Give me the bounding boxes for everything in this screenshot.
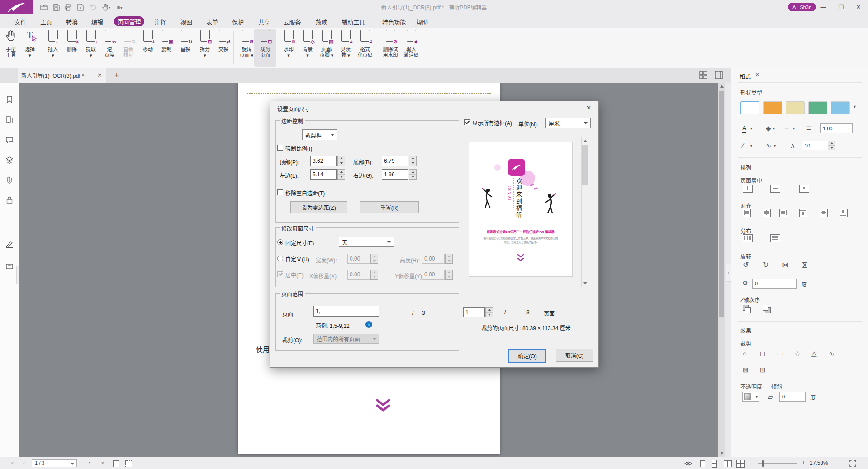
line-style-dropdown-icon[interactable]: ▾: [750, 144, 752, 148]
line-width-select[interactable]: 1.00 ▾: [820, 123, 853, 133]
preview-scrollbar[interactable]: [581, 137, 588, 287]
previous-page-button[interactable]: ‹: [23, 460, 25, 466]
fill-style-icon[interactable]: ◆: [766, 125, 771, 132]
crop-remove-icon[interactable]: ⊠: [743, 366, 749, 373]
curve-style-dropdown-icon[interactable]: ▾: [774, 144, 776, 148]
menu-home[interactable]: 主页: [40, 18, 52, 26]
zoom-slider-handle[interactable]: [762, 460, 764, 467]
tool-crop-pages-active[interactable]: ⊡ 裁剪 页面: [255, 30, 275, 58]
canvas-scrollbar[interactable]: [718, 83, 725, 457]
tool-rotate-pages[interactable]: ↺ 旋转 页面 ▾: [237, 30, 256, 58]
tool-rearrange-disabled[interactable]: ⇅ 重新 排列: [119, 30, 138, 58]
left-margin-spinner[interactable]: [337, 169, 345, 180]
shape-swatch-none[interactable]: [740, 101, 759, 114]
menu-convert[interactable]: 转换: [66, 18, 78, 26]
preview-scroll-up-icon[interactable]: [583, 140, 587, 142]
flip-horizontal-icon[interactable]: ⋈: [782, 261, 789, 269]
user-account-badge[interactable]: A - Sh3n: [788, 3, 816, 11]
line-thickness-icon[interactable]: ≡: [806, 124, 811, 132]
zoom-out-button[interactable]: −: [750, 459, 754, 466]
tool-duplicate-pages[interactable]: ▣ 复制: [157, 30, 176, 52]
skew-input[interactable]: 0: [779, 392, 806, 402]
cancel-button[interactable]: 取消(C): [556, 349, 593, 362]
font-color-dropdown-icon[interactable]: ▾: [750, 127, 752, 131]
new-document-button[interactable]: [76, 2, 85, 12]
new-tab-button[interactable]: +: [112, 70, 122, 80]
width-input[interactable]: [347, 254, 370, 264]
shape-swatch-cream[interactable]: [786, 101, 805, 114]
fullscreen-icon[interactable]: [849, 460, 856, 468]
tool-enter-activation-code[interactable]: ∗ 输入 激活码: [399, 30, 423, 58]
align-center-icon[interactable]: [763, 209, 771, 217]
corner-icon[interactable]: ∧: [790, 142, 795, 149]
format-panel-close-icon[interactable]: ✕: [755, 71, 759, 78]
reading-mode-eye-icon[interactable]: [684, 461, 692, 468]
tool-extract-pages[interactable]: ↓ 提取 ▾: [81, 30, 101, 58]
crop-ellipse-icon[interactable]: ○: [743, 350, 747, 357]
menu-special-features[interactable]: 特色功能: [382, 18, 406, 26]
curve-style-icon[interactable]: ∿: [766, 142, 772, 149]
single-page-view-icon[interactable]: [700, 460, 705, 467]
rotate-right-icon[interactable]: ↻: [763, 261, 768, 269]
tool-remove-trial-watermark[interactable]: ⊘ 删除试 用水印: [379, 30, 402, 58]
rotate-angle-input[interactable]: 0: [752, 279, 797, 289]
custom-size-radio[interactable]: [277, 256, 283, 261]
customize-toolbar-button[interactable]: ≡▾: [114, 2, 126, 12]
ok-button[interactable]: 确定(O): [508, 349, 546, 363]
fields-icon[interactable]: [5, 262, 14, 270]
minimize-button[interactable]: —: [817, 2, 830, 12]
height-spinner[interactable]: [445, 254, 453, 264]
menu-view[interactable]: 视图: [180, 18, 192, 26]
next-page-button[interactable]: ›: [89, 460, 90, 466]
preview-page-input[interactable]: [463, 307, 485, 317]
crop-star-icon[interactable]: ☆: [794, 350, 800, 357]
fixed-size-radio[interactable]: [277, 239, 283, 245]
x-offset-spinner[interactable]: [370, 270, 378, 280]
bottom-margin-spinner[interactable]: [409, 156, 417, 166]
document-tab[interactable]: 新人引导(1)_OCR(3).pdf * ✕: [18, 68, 106, 83]
tool-insert-pages[interactable]: ← 插入 ▾: [43, 30, 63, 58]
menu-page-management-active[interactable]: 页面管理: [114, 16, 144, 26]
page-number-select[interactable]: 1 / 3: [32, 459, 77, 467]
scroll-down-icon[interactable]: [720, 452, 724, 455]
info-icon[interactable]: i: [365, 321, 372, 328]
rotate-angle-gear-icon[interactable]: ⚙: [742, 280, 748, 286]
open-file-button[interactable]: [39, 2, 49, 12]
corner-radius-input[interactable]: 10: [802, 141, 828, 150]
menu-file[interactable]: 文件: [14, 18, 26, 26]
rotate-left-icon[interactable]: ↺: [743, 261, 749, 269]
shape-swatch-orange[interactable]: [763, 101, 782, 114]
tool-bates-numbering[interactable]: # 贝茨 数 ▾: [336, 30, 356, 58]
format-panel-title[interactable]: 格式: [740, 72, 751, 83]
tool-watermark[interactable]: ≋ 水印 ▾: [279, 30, 299, 58]
distribute-vertical-icon[interactable]: [770, 234, 780, 242]
zoom-in-button[interactable]: +: [802, 459, 805, 466]
tool-select[interactable]: T 选择 ▾: [20, 30, 40, 58]
shape-swatch-green[interactable]: [808, 101, 827, 114]
flip-vertical-icon[interactable]: ⋈: [801, 261, 808, 269]
tool-format-page-numbers[interactable]: # 格式 化页码: [355, 30, 375, 58]
align-top-icon[interactable]: [799, 209, 807, 217]
align-middle-icon[interactable]: [820, 209, 828, 217]
reset-button[interactable]: 重置(R): [360, 201, 419, 213]
close-window-button[interactable]: ✕: [852, 2, 865, 12]
print-button[interactable]: [63, 2, 73, 12]
page-thumbnails-icon[interactable]: [5, 116, 14, 124]
center-horizontal-icon[interactable]: [743, 185, 753, 193]
preview-scroll-down-icon[interactable]: [583, 282, 587, 284]
preview-scrollbar-thumb[interactable]: [582, 145, 588, 185]
tool-header-footer[interactable]: ▤ 页眉/ 页脚 ▾: [317, 30, 337, 58]
attachments-icon[interactable]: [5, 176, 14, 184]
fixed-size-select[interactable]: 无: [339, 237, 394, 247]
comments-icon[interactable]: [5, 136, 14, 144]
first-page-button[interactable]: «: [11, 460, 14, 466]
tool-replace-pages[interactable]: ↻ 替换: [175, 30, 195, 52]
crop-polygon-icon[interactable]: △: [811, 350, 817, 357]
menu-accessibility[interactable]: 辅助工具: [342, 18, 365, 26]
width-spinner[interactable]: [370, 254, 378, 264]
scroll-up-icon[interactable]: [720, 85, 724, 88]
tool-swap-pages[interactable]: ⇄ 交换: [213, 30, 233, 52]
right-margin-input[interactable]: [382, 169, 408, 180]
remove-white-margins-checkbox[interactable]: [277, 189, 283, 195]
center-vertical-icon[interactable]: [770, 185, 780, 193]
